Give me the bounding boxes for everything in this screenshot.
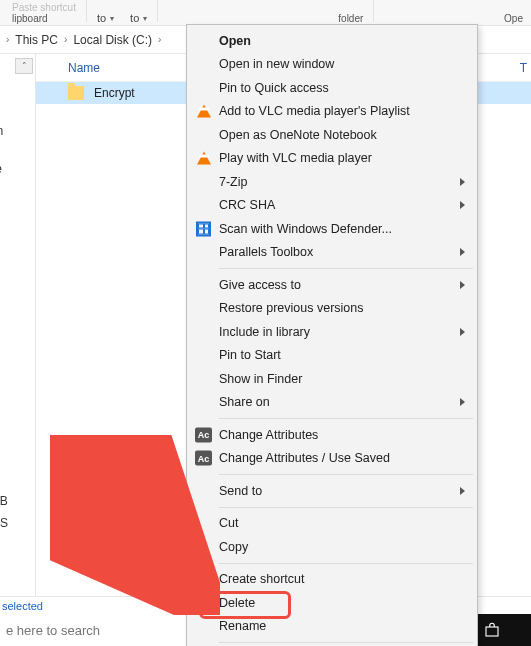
ctx-pin-start[interactable]: Pin to Start [189, 344, 475, 368]
chevron-right-icon: › [60, 34, 71, 45]
nav-item[interactable]: np [0, 540, 32, 554]
ribbon: Paste shortcut lipboard to to folder Ope [0, 0, 531, 26]
ac-icon: Ac [195, 450, 212, 467]
ctx-defender[interactable]: Scan with Windows Defender... [189, 217, 475, 241]
ctx-create-shortcut[interactable]: Create shortcut [189, 568, 475, 592]
nav-scroll-up[interactable]: ˄ [15, 58, 33, 74]
ctx-give-access[interactable]: Give access to [189, 273, 475, 297]
status-text: selected [2, 600, 43, 612]
ctx-change-attr[interactable]: AcChange Attributes [189, 423, 475, 447]
ribbon-group-clipboard: lipboard [12, 13, 48, 24]
crumb-localdisk[interactable]: Local Disk (C:) [71, 33, 154, 47]
ribbon-paste-shortcut[interactable]: Paste shortcut [12, 2, 76, 13]
ctx-crc[interactable]: CRC SHA [189, 194, 475, 218]
ctx-share-on[interactable]: Share on [189, 391, 475, 415]
nav-item[interactable]: WS.~B [0, 494, 32, 508]
search-placeholder: e here to search [6, 623, 100, 638]
store-icon[interactable] [472, 614, 512, 646]
ctx-onenote[interactable]: Open as OneNote Notebook [189, 123, 475, 147]
svg-rect-8 [486, 627, 498, 636]
ctx-rename[interactable]: Rename [189, 615, 475, 639]
crumb-thispc[interactable]: This PC [13, 33, 60, 47]
ctx-cut[interactable]: Cut [189, 512, 475, 536]
nav-item[interactable]: C:) [0, 446, 32, 460]
ribbon-newfolder[interactable]: folder [338, 13, 363, 24]
ctx-include-lib[interactable]: Include in library [189, 320, 475, 344]
ctx-7zip[interactable]: 7-Zip [189, 170, 475, 194]
ctx-delete[interactable]: Delete [189, 591, 475, 615]
ribbon-open-group: Ope [504, 13, 523, 24]
ctx-restore[interactable]: Restore previous versions [189, 297, 475, 321]
ctx-send-to[interactable]: Send to [189, 479, 475, 503]
ctx-vlc-add[interactable]: Add to VLC media player's Playlist [189, 100, 475, 124]
file-name: Encrypt [94, 86, 135, 100]
defender-icon [195, 220, 212, 237]
ctx-change-attr-saved[interactable]: AcChange Attributes / Use Saved [189, 447, 475, 471]
vlc-icon [195, 150, 212, 167]
column-tail[interactable]: T [517, 61, 531, 75]
nav-item[interactable]: id File [0, 162, 32, 176]
ctx-open[interactable]: Open [189, 29, 475, 53]
ctx-pin-quick[interactable]: Pin to Quick access [189, 76, 475, 100]
ctx-vlc-play[interactable]: Play with VLC media player [189, 147, 475, 171]
ctx-open-new-window[interactable]: Open in new window [189, 53, 475, 77]
ribbon-moveto[interactable]: to [97, 12, 114, 24]
ctx-copy[interactable]: Copy [189, 535, 475, 559]
ctx-show-finder[interactable]: Show in Finder [189, 367, 475, 391]
nav-pane[interactable]: ˄ 0 gam id File C:) WS.~B 's.~WS np [0, 54, 36, 614]
chevron-right-icon[interactable]: › [2, 34, 13, 45]
context-menu: Open Open in new window Pin to Quick acc… [186, 24, 478, 646]
chevron-right-icon: › [154, 34, 165, 45]
ctx-parallels[interactable]: Parallels Toolbox [189, 241, 475, 265]
nav-item[interactable]: 's.~WS [0, 516, 32, 530]
vlc-icon [195, 103, 212, 120]
folder-icon [68, 86, 84, 100]
nav-item[interactable]: 0 gam [0, 124, 32, 138]
ribbon-copyto[interactable]: to [130, 12, 147, 24]
ac-icon: Ac [195, 426, 212, 443]
